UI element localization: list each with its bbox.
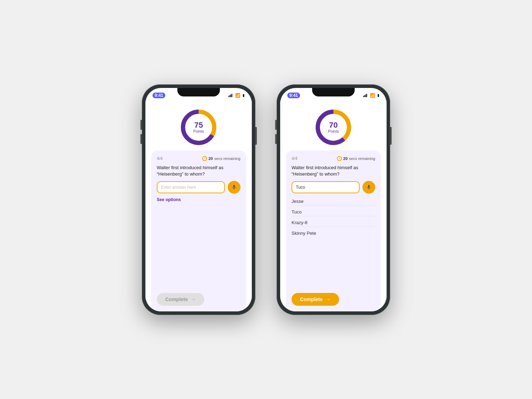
points-label-right: Points [328,129,339,133]
phone-right: 9:41 📶 ▮ [277,84,390,315]
complete-label-right: Complete [300,297,323,302]
status-time-left: 9:41 [153,93,165,98]
points-value-right: 70 [328,121,339,129]
answer-input-left[interactable] [157,181,225,193]
points-label-left: Points [193,129,204,133]
complete-button-right[interactable]: Complete → [292,293,339,306]
screen-left: 75 Points 4/4 20 secs remaining [145,101,252,311]
options-list-right: Jesse Tuco Krazy-8 Skinny Pete [292,197,375,237]
phone-left: 9:41 📶 ▮ [142,84,255,315]
option-item-2[interactable]: Krazy-8 [292,218,375,227]
question-card-left: 4/4 20 secs remaining Walter first intro… [151,150,246,311]
question-card-right: 4/4 20 secs remaining Walter first intro… [286,150,381,311]
arrow-icon-right: → [326,297,331,302]
screen-right: 70 Points 4/4 20 secs remaining [280,101,387,311]
timer-text-right: secs remaining [349,156,375,161]
answer-row-right [292,181,375,194]
arrow-icon-left: → [191,297,196,302]
card-header-left: 4/4 20 secs remaining [157,156,240,161]
chart-area-left: 75 Points [179,101,218,150]
option-item-0[interactable]: Jesse [292,197,375,206]
status-icons-left: 📶 ▮ [228,93,245,98]
wifi-icon-left: 📶 [235,93,240,98]
status-time-right: 9:41 [287,93,300,98]
timer-number-right: 20 [343,156,348,161]
scene: 9:41 📶 ▮ [142,84,390,315]
card-header-right: 4/4 20 secs remaining [292,156,375,161]
timer-right: 20 secs remaining [337,156,375,161]
question-text-right: Walter first introduced himself as “Heis… [292,165,375,177]
wifi-icon-right: 📶 [370,93,375,98]
chart-area-right: 70 Points [314,101,353,150]
battery-icon-right: ▮ [377,93,379,97]
notch-right [312,88,355,96]
option-item-1[interactable]: Tuco [292,208,375,216]
clock-icon-left [202,156,207,161]
option-item-3[interactable]: Skinny Pete [292,229,375,237]
mic-button-right[interactable] [362,181,375,194]
clock-icon-right [337,156,342,161]
complete-label-left: Complete [165,297,188,302]
mic-icon-left [231,184,237,190]
donut-chart-right: 70 Points [314,108,353,147]
points-value-left: 75 [193,121,204,129]
signal-icon-right [363,94,367,97]
mic-icon-right [366,184,372,190]
notch-left [177,88,220,96]
signal-icon-left [228,94,232,97]
answer-row-left [157,181,240,194]
battery-icon-left: ▮ [243,93,245,97]
answer-input-right[interactable] [292,181,360,193]
see-options-left[interactable]: See options [157,197,240,202]
status-icons-right: 📶 ▮ [363,93,379,98]
timer-number-left: 20 [209,156,213,161]
question-count-left: 4/4 [157,156,163,161]
question-text-left: Walter first introduced himself as “Heis… [157,165,240,177]
timer-left: 20 secs remaining [202,156,240,161]
timer-text-left: secs remaining [214,156,240,161]
complete-button-left[interactable]: Complete → [157,293,204,306]
question-count-right: 4/4 [292,156,298,161]
mic-button-left[interactable] [228,181,240,194]
donut-chart-left: 75 Points [179,108,218,147]
